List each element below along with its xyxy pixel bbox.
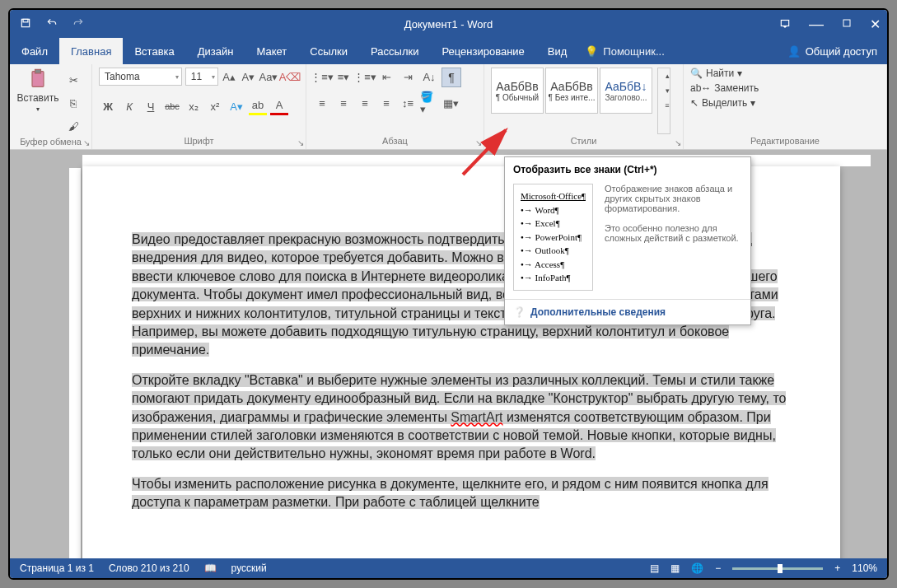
tooltip-list-item: •→ InfoPath¶ [521, 271, 586, 285]
styles-expand-icon[interactable]: ≡ [658, 98, 676, 113]
tooltip-list-item: •→ PowerPoint¶ [521, 231, 586, 245]
share-label: Общий доступ [806, 45, 877, 58]
style-nospacing[interactable]: АаБбВв¶ Без инте... [545, 68, 598, 114]
show-marks-button[interactable]: ¶ [441, 68, 461, 87]
dec-indent-icon[interactable]: ⇤ [377, 68, 395, 86]
cut-icon[interactable]: ✂ [64, 71, 82, 89]
maximize-icon[interactable] [842, 18, 852, 30]
subscript-button[interactable]: x₂ [185, 97, 203, 115]
document-area: Видео предоставляет прекрасную возможнос… [10, 150, 887, 558]
font-color-icon[interactable]: A [270, 97, 288, 115]
share-button[interactable]: 👤 Общий доступ [778, 38, 887, 64]
tab-mailings[interactable]: Рассылки [359, 38, 430, 64]
shading-icon[interactable]: 🪣▾ [420, 94, 438, 112]
tooltip-desc-1: Отображение знаков абзаца и других скрыт… [605, 184, 742, 213]
font-launcher-icon[interactable]: ↘ [297, 138, 304, 147]
save-icon[interactable] [20, 17, 31, 31]
close-icon[interactable]: ✕ [870, 16, 881, 32]
inc-indent-icon[interactable]: ⇥ [399, 68, 417, 86]
tab-references[interactable]: Ссылки [298, 38, 359, 64]
undo-icon[interactable] [46, 17, 58, 31]
svg-rect-3 [843, 20, 850, 26]
bold-button[interactable]: Ж [99, 97, 117, 115]
shrink-font-icon[interactable]: A▾ [241, 68, 256, 86]
style-heading1[interactable]: АаБбВ↓Заголово... [600, 68, 652, 114]
pilcrow-tooltip: Отобразить все знаки (Ctrl+*) Microsoft·… [504, 156, 751, 325]
strike-button[interactable]: abc [163, 97, 181, 115]
grow-font-icon[interactable]: A▴ [222, 68, 237, 86]
formatpainter-icon[interactable]: 🖌 [64, 117, 82, 135]
numbering-icon[interactable]: ≡▾ [334, 68, 353, 86]
redo-icon[interactable] [72, 17, 84, 31]
align-center-icon[interactable]: ≡ [334, 94, 353, 112]
status-proof-icon[interactable]: 📖 [204, 562, 217, 574]
status-page[interactable]: Страница 1 из 1 [20, 562, 94, 574]
replace-button[interactable]: ab↔Заменить [690, 82, 759, 94]
tab-insert[interactable]: Вставка [123, 38, 185, 64]
select-button[interactable]: ↖Выделить ▾ [690, 97, 759, 109]
change-case-icon[interactable]: Aa▾ [259, 68, 278, 86]
find-button[interactable]: 🔍Найти ▾ [690, 68, 759, 79]
justify-icon[interactable]: ≡ [377, 94, 395, 112]
view-web-icon[interactable]: 🌐 [691, 562, 703, 574]
zoom-value[interactable]: 110% [852, 562, 877, 574]
styles-scroll-down-icon[interactable]: ▾ [658, 83, 676, 98]
bullets-icon[interactable]: ⋮≡▾ [313, 68, 331, 86]
svg-rect-2 [781, 20, 788, 26]
view-read-icon[interactable]: ▤ [650, 562, 659, 574]
text-effects-icon[interactable]: A▾ [227, 97, 245, 115]
tell-me-box[interactable]: 💡 Помощник... [585, 38, 664, 64]
sort-icon[interactable]: A↓ [420, 68, 438, 86]
share-icon: 👤 [787, 45, 801, 58]
tab-design[interactable]: Дизайн [186, 38, 245, 64]
styles-scroll-up-icon[interactable]: ▴ [658, 68, 676, 83]
tab-layout[interactable]: Макет [245, 38, 298, 64]
replace-icon: ab↔ [690, 82, 711, 94]
ruler-vertical[interactable] [69, 168, 81, 558]
tab-home[interactable]: Главная [59, 38, 123, 64]
copy-icon[interactable]: ⎘ [64, 94, 82, 112]
paste-button[interactable]: Вставить ▾ [16, 68, 59, 135]
clear-format-icon[interactable]: A⌫ [281, 68, 299, 86]
underline-button[interactable]: Ч [142, 97, 160, 115]
zoom-slider[interactable] [732, 567, 823, 570]
tooltip-title: Отобразить все знаки (Ctrl+*) [505, 157, 750, 180]
align-left-icon[interactable]: ≡ [313, 94, 331, 112]
status-words[interactable]: Слово 210 из 210 [109, 562, 189, 574]
multilevel-icon[interactable]: ⋮≡▾ [356, 68, 374, 86]
tooltip-list-item: •→ Excel¶ [521, 217, 586, 231]
smartart-word: SmartArt [451, 410, 502, 424]
italic-button[interactable]: К [120, 97, 138, 115]
highlight-icon[interactable]: ab [249, 97, 267, 115]
align-right-icon[interactable]: ≡ [356, 94, 374, 112]
account-name[interactable] [665, 38, 747, 64]
paragraph-launcher-icon[interactable]: ↘ [475, 138, 482, 147]
style-preview: АаБбВв [496, 80, 538, 93]
borders-icon[interactable]: ▦▾ [441, 94, 460, 112]
style-name: ¶ Обычный [496, 93, 539, 102]
font-size-combo[interactable]: 11▾ [185, 68, 218, 86]
line-spacing-icon[interactable]: ↕≡ [399, 94, 417, 112]
tab-view[interactable]: Вид [536, 38, 579, 64]
tooltip-list-item: •→ Access¶ [521, 258, 586, 272]
style-name: ¶ Без инте... [549, 93, 596, 102]
zoom-out-icon[interactable]: − [715, 562, 721, 574]
ribbon-options-icon[interactable] [779, 17, 791, 31]
styles-launcher-icon[interactable]: ↘ [675, 138, 681, 147]
status-lang[interactable]: русский [231, 562, 267, 574]
app-window: Документ1 - Word — ✕ Файл Главная Вставк… [8, 8, 889, 580]
tab-review[interactable]: Рецензирование [430, 38, 535, 64]
view-print-icon[interactable]: ▦ [670, 562, 680, 574]
tab-file[interactable]: Файл [10, 38, 59, 64]
zoom-in-icon[interactable]: + [834, 562, 840, 574]
ruler-horizontal[interactable] [82, 155, 871, 166]
style-normal[interactable]: АаБбВв¶ Обычный [491, 68, 544, 114]
clipboard-launcher-icon[interactable]: ↘ [83, 138, 90, 147]
styles-gallery[interactable]: АаБбВв¶ Обычный АаБбВв¶ Без инте... АаБб… [491, 68, 652, 134]
minimize-icon[interactable]: — [809, 16, 824, 33]
font-name-combo[interactable]: Tahoma▾ [99, 68, 182, 86]
superscript-button[interactable]: x² [206, 97, 224, 115]
tooltip-more-link[interactable]: ❔ Дополнительные сведения [505, 299, 750, 324]
tooltip-list-item: •→ Outlook¶ [521, 244, 586, 258]
status-bar: Страница 1 из 1 Слово 210 из 210 📖 русск… [10, 558, 887, 578]
